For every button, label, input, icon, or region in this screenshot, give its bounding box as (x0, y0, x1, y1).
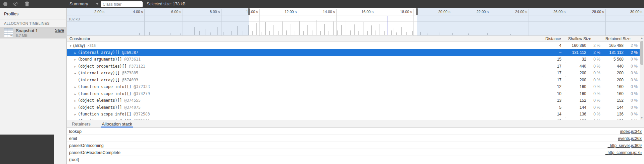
ruler-tick-label: 12.00 s (285, 10, 297, 14)
allocation-bar (350, 30, 351, 35)
delete-profile-button[interactable] (23, 0, 31, 8)
table-row[interactable]: ▸(function scope info)[] @374279101600 %… (67, 90, 640, 97)
shallow-cell: 200 (567, 77, 586, 83)
class-filter-input[interactable] (101, 1, 143, 7)
collapse-icon[interactable]: ▾ (70, 43, 71, 49)
expand-icon[interactable]: ▸ (75, 84, 76, 90)
instance-count-badge: ×315 (87, 44, 96, 48)
selection-handle-right[interactable] (416, 8, 418, 15)
ruler-gridline (336, 9, 337, 35)
retained-cell: 5 568 (604, 56, 624, 63)
stack-frame-row[interactable]: parserOnIncoming_http_server.js:809 (67, 142, 644, 149)
column-header-distance[interactable]: Distance (545, 36, 561, 42)
table-row[interactable]: ▸(function scope info)[] @373191131360 %… (67, 118, 640, 120)
allocation-bar (312, 30, 312, 35)
scroll-down-icon[interactable]: ▼ (640, 116, 644, 120)
distance-cell: 17 (543, 77, 561, 83)
stack-frame-row[interactable]: parserOnHeadersComplete_http_common.js:7… (67, 149, 644, 156)
frame-source-link[interactable]: _http_common.js:75 (605, 149, 642, 156)
allocation-bar (278, 31, 279, 35)
table-row[interactable]: ▸(function scope info)[] @372583141360 %… (67, 111, 640, 117)
tab-retainers[interactable]: Retainers (71, 120, 91, 128)
frame-function-name: lookup (69, 128, 82, 135)
frame-source-link[interactable]: index.js:343 (620, 128, 642, 135)
grid-scrollbar[interactable]: ▲ ▼ (640, 36, 644, 120)
frame-function-name: emit (69, 135, 77, 142)
ruler-tick-label: 4.00 s (133, 10, 143, 14)
table-row[interactable]: (internal array)[] @374093172000 %2000 % (67, 77, 640, 83)
object-id: @369387 (120, 50, 138, 55)
allocation-bar (252, 31, 253, 35)
table-row[interactable]: ▸(function scope info)[] @372333121600 %… (67, 83, 640, 90)
selected-size-label: Selected size: 178 kB (147, 0, 185, 8)
constructor-cell: (bound arguments)[] @373611 (78, 56, 141, 63)
table-row[interactable]: ▸(object elements)[] @374555131520 %1520… (67, 97, 640, 104)
table-row[interactable]: ▸(internal array)[] @373885172000 %2000 … (67, 70, 640, 76)
frame-source-link[interactable]: _http_server.js:809 (608, 142, 642, 149)
ruler-tick-label: 22.00 s (477, 10, 489, 14)
expand-icon[interactable]: ▸ (75, 97, 76, 104)
table-row[interactable]: ▸(object elements)[] @37407551440 %1440 … (67, 104, 640, 111)
perspective-select-value: Summary (69, 1, 88, 6)
shallow-pct-cell: 0 % (588, 97, 600, 104)
record-heap-button[interactable] (1, 0, 9, 8)
allocation-timeline-chart[interactable]: 102 kB 2.00 s4.00 s6.00 s8.00 s10.00 s12… (67, 8, 644, 35)
selection-handle-left[interactable] (248, 8, 250, 15)
expand-icon[interactable]: ▸ (75, 56, 76, 63)
column-header-shallow-size[interactable]: Shallow Size (568, 36, 591, 42)
column-header-retained-size[interactable]: Retained Size (605, 36, 631, 42)
expand-icon[interactable]: ▸ (75, 50, 76, 56)
window-bottom-dark-region (0, 135, 54, 164)
ruler-tick-label: 8.00 s (210, 10, 220, 14)
object-id: @374279 (131, 91, 150, 96)
distance-cell: 5 (543, 104, 561, 111)
object-id: @373611 (122, 57, 141, 62)
heap-snapshot-icon: % (4, 28, 13, 37)
table-row[interactable]: ▸(bound arguments)[] @37361115320 %5 568… (67, 56, 640, 63)
allocation-bar (406, 32, 407, 35)
shallow-pct-cell: 2 % (588, 49, 600, 56)
ruler-tick-label: 28.00 s (592, 10, 604, 14)
expand-icon[interactable]: ▸ (75, 111, 76, 118)
expand-icon[interactable]: ▸ (75, 104, 76, 111)
clear-profiles-button[interactable] (11, 0, 19, 8)
shallow-cell: 160 360 (567, 42, 586, 49)
constructor-cell: (function scope info)[] @373191 (78, 118, 150, 120)
frame-function-name: parserOnIncoming (69, 142, 104, 149)
constructor-cell: (function scope info)[] @372333 (78, 83, 150, 90)
sidebar-item-snapshot-1[interactable]: % Snapshot 1 6.7 MB Save (0, 27, 67, 38)
expand-icon[interactable]: ▸ (75, 70, 76, 77)
retained-pct-cell: 0 % (625, 83, 638, 90)
allocation-bar (371, 25, 372, 35)
table-row[interactable]: ▾(array)×3154160 3602 %165 4882 % (67, 42, 640, 49)
tab-allocation-stack[interactable]: Allocation stack (101, 120, 133, 128)
table-row[interactable]: ▸(object properties)[] @371121174400 %44… (67, 63, 640, 70)
expand-icon[interactable]: ▸ (75, 91, 76, 97)
frame-source-link[interactable]: events.js:263 (618, 135, 642, 142)
retained-pct-cell: 0 % (625, 104, 638, 111)
ruler-tick-label: 6.00 s (171, 10, 181, 14)
distance-cell: 13 (543, 118, 561, 120)
allocation-bar (324, 24, 325, 35)
allocation-bar (320, 31, 321, 35)
retained-cell: 160 (604, 83, 624, 90)
column-header-constructor[interactable]: Constructor (69, 36, 90, 42)
expand-icon[interactable]: ▸ (75, 63, 76, 70)
object-id: @374075 (122, 105, 141, 110)
allocation-bar (295, 31, 295, 35)
save-snapshot-link[interactable]: Save (55, 28, 64, 33)
allocation-bar (316, 20, 316, 35)
perspective-select[interactable]: Summary (69, 0, 88, 8)
stack-frame-row[interactable]: lookupindex.js:343 (67, 128, 644, 135)
allocation-bar (391, 30, 392, 35)
trash-icon (24, 1, 30, 7)
stack-frame-row[interactable]: (root) (67, 156, 644, 163)
object-id: @374093 (120, 78, 138, 82)
scroll-up-icon[interactable]: ▲ (640, 36, 644, 40)
shallow-pct-cell: 0 % (588, 90, 600, 97)
clear-icon (13, 2, 17, 6)
stack-frame-row[interactable]: emitevents.js:263 (67, 135, 644, 142)
table-row[interactable]: ▸(internal array)[] @369387–131 1122 %13… (67, 49, 640, 56)
scrollbar-thumb[interactable] (640, 41, 643, 65)
shallow-cell: 144 (567, 104, 586, 111)
